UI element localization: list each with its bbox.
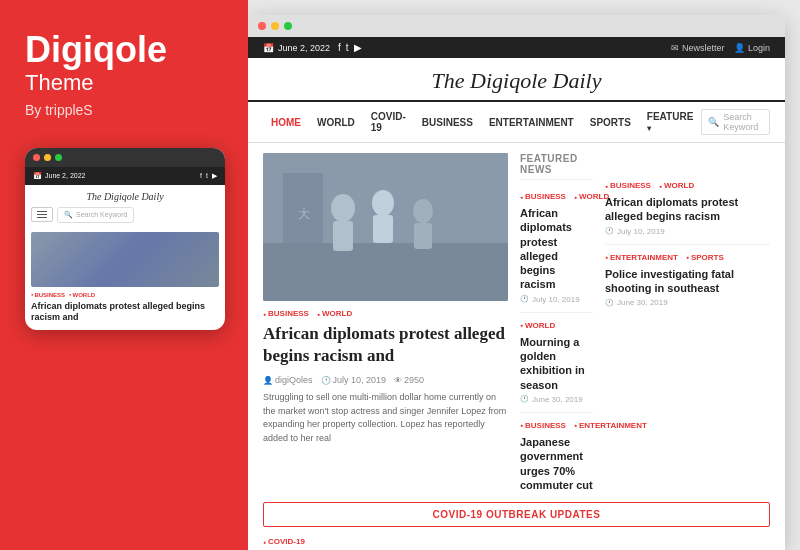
- calendar-icon: 📅: [263, 43, 274, 53]
- mobile-top-bar: [25, 148, 225, 167]
- chrome-dot-yellow[interactable]: [271, 22, 279, 30]
- center-column: FEATURED NEWS BUSINESS WORLD African dip…: [520, 153, 593, 486]
- mobile-article-tags: BUSINESS WORLD: [31, 292, 219, 298]
- mobile-social-icons: f t ▶: [200, 172, 217, 180]
- center-article-1-tags: BUSINESS WORLD: [520, 192, 593, 201]
- brand-by: By trippleS: [25, 102, 223, 118]
- right-tag-business-1: BUSINESS: [605, 181, 651, 190]
- tag-business: BUSINESS: [263, 309, 309, 318]
- news-header: The Digiqole Daily: [248, 58, 785, 102]
- svg-rect-5: [373, 215, 393, 243]
- svg-rect-3: [333, 221, 353, 251]
- newsletter-link[interactable]: ✉ Newsletter: [671, 43, 724, 53]
- topbar-date: 📅 June 2, 2022: [263, 43, 330, 53]
- center-article-2: WORLD Mourning a golden exhibition in se…: [520, 321, 593, 413]
- nav-feature[interactable]: FEATURE: [639, 108, 701, 136]
- right-article-2: ENTERTAINMENT SPORTS Police investigatin…: [605, 253, 770, 316]
- login-link[interactable]: 👤 Login: [734, 43, 770, 53]
- mobile-facebook-icon: f: [200, 172, 202, 180]
- right-tag-world-1: WORLD: [659, 181, 694, 190]
- mobile-hamburger-button[interactable]: [31, 207, 53, 223]
- svg-point-4: [372, 190, 394, 216]
- mobile-youtube-icon: ▶: [212, 172, 217, 180]
- chrome-dot-red[interactable]: [258, 22, 266, 30]
- newspaper-title: The Digiqole Daily: [263, 68, 770, 94]
- mobile-dot-yellow: [44, 154, 51, 161]
- mobile-article-title: African diplomats protest alleged begins…: [31, 301, 219, 324]
- right-tag-sports-2: SPORTS: [686, 253, 724, 262]
- center-article-2-tags: WORLD: [520, 321, 593, 330]
- center-article-3: BUSINESS ENTERTAINMENT Japanese governme…: [520, 421, 593, 496]
- browser-window: 📅 June 2, 2022 f t ▶ ✉ Newsletter 👤 Logi…: [248, 15, 785, 550]
- featured-article-tags: BUSINESS WORLD: [263, 309, 508, 318]
- twitter-icon[interactable]: t: [346, 42, 349, 53]
- breaking-news-banner[interactable]: COVID-19 OUTBREAK UPDATES: [263, 502, 770, 527]
- featured-large-article: 大 BUSINESS WORLD African diplomats prote…: [263, 153, 508, 486]
- mobile-twitter-icon: t: [206, 172, 208, 180]
- nav-sports[interactable]: SPORTS: [582, 114, 639, 131]
- nav-search[interactable]: 🔍 Search Keyword: [701, 109, 770, 135]
- center-article-3-date: June 30, 2019: [520, 495, 593, 496]
- browser-chrome: [248, 15, 785, 37]
- search-icon: 🔍: [708, 117, 719, 127]
- article-views: 2950: [394, 375, 424, 385]
- center-article-1-title[interactable]: African diplomats protest alleged begins…: [520, 206, 593, 292]
- right-article-1-title[interactable]: African diplomats protest alleged begins…: [605, 195, 770, 224]
- mobile-newspaper-title: The Digiqole Daily: [31, 191, 219, 202]
- news-nav: HOME WORLD COVID-19 BUSINESS ENTERTAINME…: [248, 102, 785, 143]
- featured-news-label: FEATURED NEWS: [520, 153, 593, 180]
- chrome-dot-green[interactable]: [284, 22, 292, 30]
- mobile-search-icon: 🔍: [64, 211, 73, 219]
- featured-article-excerpt: Struggling to sell one multi-million dol…: [263, 391, 508, 445]
- mobile-tag-business: BUSINESS: [31, 292, 65, 298]
- svg-text:大: 大: [298, 207, 310, 221]
- covid-tag: COVID-19: [263, 537, 770, 546]
- center-article-1-date: July 10, 2019: [520, 295, 593, 304]
- center-article-1: BUSINESS WORLD African diplomats protest…: [520, 192, 593, 313]
- topbar-right: ✉ Newsletter 👤 Login: [671, 43, 770, 53]
- center-tag-business-1: BUSINESS: [520, 192, 566, 201]
- center-article-2-title[interactable]: Mourning a golden exhibition in season: [520, 335, 593, 392]
- right-article-1: BUSINESS WORLD African diplomats protest…: [605, 181, 770, 245]
- right-tag-entertainment-2: ENTERTAINMENT: [605, 253, 678, 262]
- featured-article-title[interactable]: African diplomats protest alleged begins…: [263, 323, 508, 367]
- nav-entertainment[interactable]: ENTERTAINMENT: [481, 114, 582, 131]
- right-article-2-tags: ENTERTAINMENT SPORTS: [605, 253, 770, 262]
- brand-title: Digiqole: [25, 30, 223, 70]
- left-panel: Digiqole Theme By trippleS 📅 June 2, 202…: [0, 0, 248, 550]
- mobile-header-bar: 📅 June 2, 2022 f t ▶: [25, 167, 225, 185]
- nav-world[interactable]: WORLD: [309, 114, 363, 131]
- nav-covid[interactable]: COVID-19: [363, 108, 414, 136]
- brand-subtitle: Theme: [25, 70, 223, 96]
- news-topbar: 📅 June 2, 2022 f t ▶ ✉ Newsletter 👤 Logi…: [248, 37, 785, 58]
- right-article-1-date: July 10, 2019: [605, 227, 770, 236]
- svg-point-2: [331, 194, 355, 222]
- nav-business[interactable]: BUSINESS: [414, 114, 481, 131]
- topbar-left: 📅 June 2, 2022 f t ▶: [263, 42, 362, 53]
- mobile-dot-green: [55, 154, 62, 161]
- featured-article-image: 大: [263, 153, 508, 301]
- envelope-icon: ✉: [671, 43, 679, 53]
- featured-article-meta: digiQoles July 10, 2019 2950: [263, 375, 508, 385]
- nav-home[interactable]: HOME: [263, 114, 309, 131]
- svg-rect-7: [414, 223, 432, 249]
- facebook-icon[interactable]: f: [338, 42, 341, 53]
- center-article-3-tags: BUSINESS ENTERTAINMENT: [520, 421, 593, 430]
- mobile-date: 📅 June 2, 2022: [33, 172, 85, 180]
- mobile-search-bar[interactable]: 🔍 Search Keyword: [57, 207, 134, 223]
- youtube-icon[interactable]: ▶: [354, 42, 362, 53]
- topbar-social: f t ▶: [338, 42, 362, 53]
- right-article-2-title[interactable]: Police investigating fatal shooting in s…: [605, 267, 770, 296]
- right-column: BUSINESS WORLD African diplomats protest…: [605, 153, 770, 486]
- article-date: July 10, 2019: [321, 375, 387, 385]
- right-article-1-tags: BUSINESS WORLD: [605, 181, 770, 190]
- mobile-dot-red: [33, 154, 40, 161]
- mobile-tag-world: WORLD: [69, 292, 95, 298]
- mobile-content: The Digiqole Daily 🔍 Search Keyword BUSI…: [25, 185, 225, 330]
- covid-section: COVID-19: [248, 533, 785, 550]
- center-article-2-date: June 30, 2019: [520, 395, 593, 404]
- center-tag-business-3: BUSINESS: [520, 421, 566, 430]
- center-article-3-title[interactable]: Japanese government urges 70% commuter c…: [520, 435, 593, 492]
- article-author: digiQoles: [263, 375, 313, 385]
- center-tag-world-2: WORLD: [520, 321, 555, 330]
